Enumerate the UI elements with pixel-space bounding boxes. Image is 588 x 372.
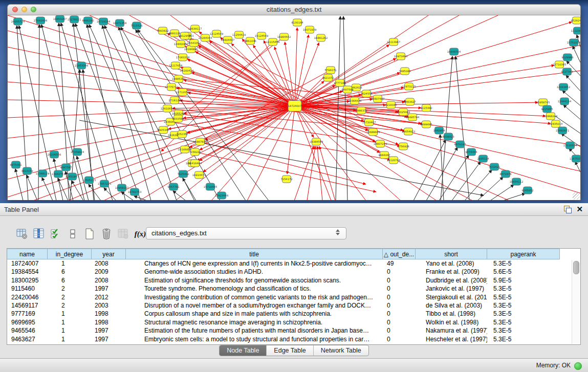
graph-node[interactable]: 16861262	[314, 34, 328, 41]
graph-node[interactable]: 18724007	[288, 101, 301, 112]
graph-node[interactable]: 9474444	[465, 148, 477, 156]
graph-node[interactable]: 19495794	[406, 114, 420, 121]
graph-node[interactable]: 9699695	[420, 121, 432, 128]
graph-node[interactable]: 9215955	[541, 105, 553, 113]
graph-node[interactable]: 12505115	[82, 177, 96, 184]
graph-edge-red[interactable]	[285, 42, 295, 106]
graph-node[interactable]: 3913159	[21, 167, 33, 174]
graph-edge-black[interactable]	[455, 56, 469, 200]
graph-node[interactable]: 10958107	[115, 184, 128, 191]
graph-node[interactable]: 8975061	[10, 161, 21, 168]
float-panel-icon[interactable]	[564, 206, 572, 213]
table-row[interactable]: 1456911722003Disruption of a novel membe…	[7, 301, 580, 310]
graph-node[interactable]: 11568129	[36, 170, 49, 177]
table-row[interactable]: 977716911998Corpus callosum shape and si…	[7, 310, 580, 318]
graph-node[interactable]: 6879197	[454, 141, 466, 148]
table-row[interactable]: 2242004622012Investigating the contribut…	[7, 293, 580, 301]
graph-node[interactable]: 12710395	[553, 61, 566, 68]
graph-node[interactable]: 7986372	[355, 107, 367, 114]
column-header-name[interactable]: name	[7, 249, 48, 259]
graph-edge-black[interactable]	[15, 169, 23, 200]
graph-node[interactable]: 16648784	[447, 48, 461, 55]
graph-edge-red[interactable]	[8, 15, 295, 106]
graph-node[interactable]: 16671358	[113, 19, 126, 27]
graph-node[interactable]: 17957223	[98, 180, 111, 187]
graph-edge-red[interactable]	[307, 146, 315, 200]
graph-node[interactable]: 7252351	[176, 130, 188, 138]
graph-edge-black[interactable]	[490, 185, 514, 200]
graph-node[interactable]: 16867834	[193, 138, 207, 145]
graph-node[interactable]: 12215459	[266, 38, 279, 46]
table-row[interactable]: 911546021997Tourette syndrome. Phenomeno…	[7, 285, 580, 293]
graph-node[interactable]: 18639117	[188, 25, 202, 32]
graph-edge-black[interactable]	[70, 70, 80, 200]
graph-node[interactable]: 12213967	[387, 38, 400, 46]
graph-edge-red[interactable]	[287, 106, 295, 174]
tab-network-table[interactable]: Network Table	[314, 345, 368, 356]
graph-node[interactable]: 12835014	[549, 120, 563, 127]
graph-node[interactable]: 2718126	[168, 97, 180, 104]
graph-node[interactable]: 16782753	[128, 188, 141, 195]
graph-node[interactable]: 12923446	[215, 192, 228, 199]
graph-edge-black[interactable]	[102, 26, 151, 200]
graph-node[interactable]: 11123646	[571, 27, 580, 34]
function-builder-icon[interactable]: f(x)	[134, 227, 147, 240]
graph-node[interactable]: 15716485	[204, 183, 217, 190]
graph-edge-red[interactable]	[274, 47, 295, 106]
graph-node[interactable]: 1640954	[433, 127, 445, 134]
graph-edge-black[interactable]	[72, 181, 83, 200]
graph-edge-red[interactable]	[195, 152, 376, 192]
graph-node[interactable]: 19384554	[310, 138, 323, 145]
graph-edge-black[interactable]	[573, 46, 580, 64]
show-columns-icon[interactable]	[32, 227, 46, 240]
table-mode-icon[interactable]	[15, 227, 29, 240]
graph-edge-black[interactable]	[89, 184, 101, 200]
graph-node[interactable]: 7632621	[488, 163, 500, 170]
graph-edge-red[interactable]	[295, 15, 498, 106]
graph-node[interactable]: 15958745	[536, 99, 550, 106]
delete-column-icon[interactable]	[100, 227, 113, 240]
graph-edge-black[interactable]	[104, 188, 116, 200]
graph-node[interactable]: 13942757	[52, 170, 65, 178]
graph-node[interactable]: 8938923	[442, 133, 454, 140]
graph-edge-red[interactable]	[295, 106, 366, 200]
graph-node[interactable]: 8471676	[499, 170, 511, 178]
graph-node[interactable]: 7663822	[157, 27, 168, 34]
import-table-icon[interactable]	[117, 227, 130, 240]
graph-node[interactable]: 7515526	[130, 22, 142, 29]
table-row[interactable]: 946362711997Embryonic stem cells: a mode…	[7, 335, 580, 343]
graph-node[interactable]: 12093852	[557, 83, 570, 91]
graph-node[interactable]: 20364436	[348, 97, 361, 104]
graph-node[interactable]: 3624554	[360, 90, 373, 97]
graph-node[interactable]: 9861036	[244, 37, 256, 45]
graph-node[interactable]: 9756928	[397, 143, 409, 150]
graph-node[interactable]: 16604407	[221, 36, 234, 43]
column-header-title[interactable]: title	[126, 249, 383, 259]
graph-node[interactable]: 17083338	[176, 54, 189, 61]
graph-node[interactable]: 9097587	[60, 164, 72, 171]
graph-node[interactable]: 27691406	[34, 17, 47, 24]
table-row[interactable]: 1872400712008Changes of HCN gene express…	[7, 259, 580, 268]
table-row[interactable]: 946554611997Estimation of the future num…	[7, 326, 580, 335]
graph-edge-black[interactable]	[183, 178, 196, 200]
graph-node[interactable]: 12444134	[558, 98, 572, 105]
graph-node[interactable]: 9777169	[334, 79, 345, 86]
graph-edge-black[interactable]	[89, 25, 169, 200]
table-row[interactable]: 1830029562008Estimation of significance …	[7, 276, 580, 285]
graph-node[interactable]: 17359924	[71, 148, 84, 156]
graph-node[interactable]: 9129966	[561, 54, 573, 61]
graph-node[interactable]: 7154172	[280, 176, 292, 183]
tab-edge-table[interactable]: Edge Table	[267, 345, 313, 356]
graph-node[interactable]: 15276021	[68, 16, 81, 23]
create-column-icon[interactable]	[83, 227, 96, 240]
graph-node[interactable]: 8130164	[291, 19, 303, 26]
network-window-titlebar[interactable]: citations_edges.txt	[7, 4, 581, 15]
column-header-out_de[interactable]: △ out_de...	[383, 249, 416, 259]
graph-edge-black[interactable]	[426, 147, 458, 200]
graph-node[interactable]: 8912954	[179, 32, 191, 39]
graph-edge-red[interactable]	[295, 45, 580, 106]
graph-node[interactable]: 6497568	[341, 86, 353, 93]
graph-node[interactable]: 5794071	[324, 67, 336, 74]
graph-node[interactable]: 9684067	[378, 151, 390, 159]
graph-edge-black[interactable]	[563, 105, 580, 120]
